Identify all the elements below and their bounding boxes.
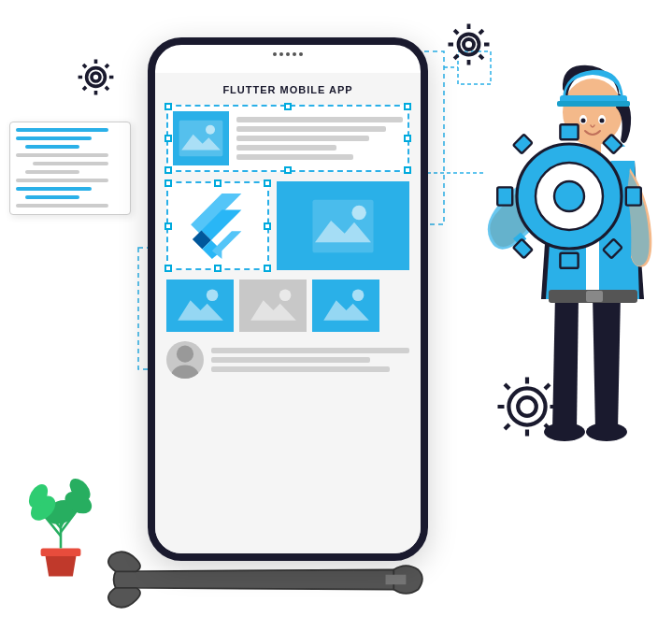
gear-small-mid-icon [75,56,117,98]
phone-dot [293,52,296,56]
code-window [9,122,131,215]
top-content-box [166,105,409,172]
handle-tm [284,103,292,110]
text-line [211,366,390,372]
text-lines [236,117,403,160]
phone-screen: FLUTTER MOBILE APP [155,73,421,553]
svg-rect-10 [179,121,223,156]
handle-tr [404,103,411,110]
avatar [166,341,204,379]
handle-mr [264,222,271,230]
handle-ml [164,222,172,230]
svg-point-21 [351,289,364,301]
text-line [236,154,353,160]
svg-rect-39 [557,101,630,107]
code-line [16,136,92,140]
plant-decoration [19,472,103,584]
phone-dot [286,52,290,56]
flutter-logo [190,194,246,259]
handle-tm [214,179,222,187]
profile-text-lines [211,348,409,372]
handle-bl [164,265,172,272]
code-line [16,204,108,208]
handle-bl [164,166,172,174]
code-line [16,179,108,182]
right-image-box [277,181,409,270]
phone-mockup: FLUTTER MOBILE APP [148,37,428,561]
profile-row [166,341,409,379]
illustration-scene: FLUTTER MOBILE APP [0,0,672,631]
text-line [236,117,403,122]
middle-row [166,181,409,270]
handle-bm [284,166,292,174]
small-image-1 [166,280,234,332]
small-image-3 [312,280,379,332]
handle-tr [264,179,271,187]
phone-notch [273,52,303,56]
text-line [236,126,386,132]
image-placeholder-right [277,181,409,270]
phone-dot [279,52,283,56]
svg-rect-61 [386,575,407,585]
svg-point-9 [92,73,100,81]
svg-rect-30 [626,187,641,205]
gear-large-icon [494,122,616,243]
handle-br [404,166,411,174]
svg-rect-31 [513,135,532,153]
small-image-2 [239,280,307,332]
handle-tl [164,179,172,187]
svg-point-19 [206,289,218,301]
svg-point-8 [87,68,106,87]
svg-point-42 [544,423,585,441]
code-line [25,145,79,149]
svg-point-26 [554,181,584,211]
svg-point-20 [279,289,291,301]
text-line [236,145,336,151]
svg-rect-32 [603,135,622,153]
bottom-images-row [166,280,409,332]
svg-rect-29 [497,187,512,205]
svg-point-23 [171,365,198,379]
handle-ml [164,135,172,142]
svg-rect-50 [41,548,81,556]
code-line [16,153,108,157]
handle-bm [214,265,222,272]
phone-dot [299,52,303,56]
code-line [16,128,108,132]
svg-rect-33 [513,239,532,258]
text-line [211,357,370,363]
handle-br [264,265,271,272]
text-line [211,348,409,353]
code-line [33,162,108,165]
handle-tl [164,103,172,110]
svg-point-22 [177,346,193,363]
image-placeholder-large [173,111,229,165]
flutter-logo-box [166,181,269,270]
code-line [25,170,79,174]
handle-mr [404,135,411,142]
svg-rect-27 [560,124,578,139]
phone-dots [273,52,303,56]
person-engineer [448,37,663,580]
svg-rect-28 [560,253,578,268]
phone-title: FLUTTER MOBILE APP [166,84,409,95]
svg-point-11 [206,125,215,135]
text-line [236,136,369,141]
svg-rect-45 [586,291,603,302]
svg-point-18 [351,205,365,219]
code-line [16,187,92,191]
code-line [25,195,79,199]
phone-dot [273,52,277,56]
svg-point-43 [586,423,627,441]
